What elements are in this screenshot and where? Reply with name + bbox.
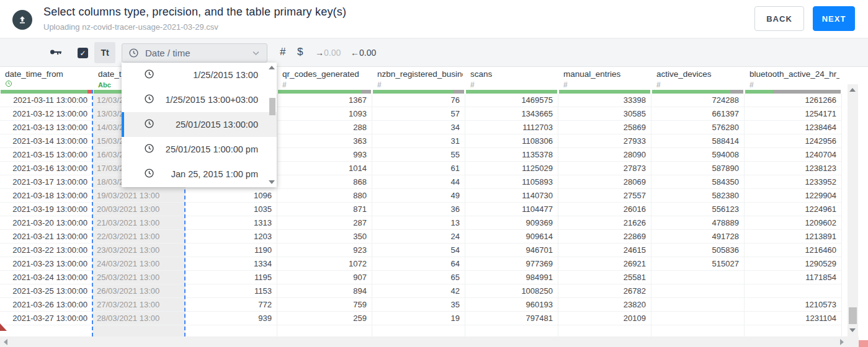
- table-cell[interactable]: 2021-03-27 13:00:00: [0, 312, 93, 325]
- table-cell[interactable]: 65: [372, 271, 465, 284]
- column-header[interactable]: scans#: [470, 69, 556, 89]
- table-cell[interactable]: 1261266: [745, 94, 842, 107]
- type-format-dropdown[interactable]: Date / time: [122, 43, 267, 63]
- table-cell[interactable]: 1290529: [745, 257, 842, 271]
- table-cell[interactable]: 35: [372, 298, 465, 312]
- table-cell[interactable]: 23/03/2021 13:00: [93, 244, 186, 257]
- column-header[interactable]: qr_codes_generated#: [282, 69, 370, 89]
- table-cell[interactable]: 21626: [558, 216, 651, 230]
- table-cell[interactable]: 2021-03-26 13:00:00: [0, 298, 93, 312]
- table-cell[interactable]: 2021-03-23 13:00:00: [0, 257, 93, 271]
- table-cell[interactable]: 2021-03-25 13:00:00: [0, 284, 93, 298]
- table-cell[interactable]: 22/03/2021 13:00: [93, 230, 186, 244]
- table-cell[interactable]: 868: [277, 175, 372, 189]
- number-type-button[interactable]: #: [280, 46, 285, 58]
- table-cell[interactable]: 27873: [558, 162, 651, 175]
- date-format-option[interactable]: 1/25/2015 13:00: [122, 63, 277, 87]
- currency-type-button[interactable]: $: [297, 46, 303, 58]
- table-cell[interactable]: 36: [372, 203, 465, 216]
- table-cell[interactable]: 1035: [186, 203, 277, 216]
- table-cell[interactable]: 515027: [651, 257, 745, 271]
- table-cell[interactable]: 946701: [465, 244, 558, 257]
- table-cell[interactable]: 880: [277, 189, 372, 203]
- table-cell[interactable]: 1125029: [465, 162, 558, 175]
- table-cell[interactable]: 556123: [651, 203, 745, 216]
- table-cell[interactable]: 894: [277, 284, 372, 298]
- table-cell[interactable]: 350: [277, 230, 372, 244]
- table-cell[interactable]: 288: [277, 121, 372, 134]
- table-cell[interactable]: 576280: [651, 121, 745, 134]
- table-cell[interactable]: 2021-03-20 13:00:00: [0, 216, 93, 230]
- table-cell[interactable]: 759: [277, 298, 372, 312]
- table-cell[interactable]: [651, 298, 745, 312]
- table-cell[interactable]: 2021-03-13 13:00:00: [0, 121, 93, 134]
- table-cell[interactable]: 478889: [651, 216, 745, 230]
- table-cell[interactable]: 1238464: [745, 121, 842, 134]
- table-cell[interactable]: 1216460: [745, 244, 842, 257]
- table-cell[interactable]: 33398: [558, 94, 651, 107]
- table-cell[interactable]: 22869: [558, 230, 651, 244]
- table-cell[interactable]: 1367: [277, 94, 372, 107]
- table-cell[interactable]: 19: [372, 312, 465, 325]
- table-cell[interactable]: 28/03/2021 13:00: [93, 312, 186, 325]
- table-cell[interactable]: 1072: [277, 257, 372, 271]
- scroll-left-arrow-icon[interactable]: [4, 339, 7, 345]
- table-cell[interactable]: 2021-03-12 13:00:00: [0, 107, 93, 121]
- table-cell[interactable]: 24: [372, 230, 465, 244]
- table-cell[interactable]: 1153: [186, 284, 277, 298]
- table-cell[interactable]: 1008250: [465, 284, 558, 298]
- table-cell[interactable]: 25/03/2021 13:00: [93, 271, 186, 284]
- table-cell[interactable]: 27/03/2021 13:00: [93, 298, 186, 312]
- table-cell[interactable]: 64: [372, 257, 465, 271]
- table-cell[interactable]: 24/03/2021 13:00: [93, 257, 186, 271]
- dropdown-scroll-down-icon[interactable]: [269, 180, 275, 184]
- table-cell[interactable]: 2021-03-19 13:00:00: [0, 203, 93, 216]
- table-cell[interactable]: 984991: [465, 271, 558, 284]
- column-header[interactable]: bluetooth_active_24_hr_#: [749, 69, 839, 89]
- table-cell[interactable]: 1014: [277, 162, 372, 175]
- table-cell[interactable]: 21/03/2021 13:00: [93, 216, 186, 230]
- table-cell[interactable]: 26782: [558, 284, 651, 298]
- table-cell[interactable]: 505836: [651, 244, 745, 257]
- table-cell[interactable]: 2021-03-11 13:00:00: [0, 94, 93, 107]
- table-cell[interactable]: 960193: [465, 298, 558, 312]
- table-cell[interactable]: 871: [277, 203, 372, 216]
- table-cell[interactable]: 1233952: [745, 175, 842, 189]
- table-cell[interactable]: 1213891: [745, 230, 842, 244]
- table-cell[interactable]: 28069: [558, 175, 651, 189]
- table-cell[interactable]: 2021-03-17 13:00:00: [0, 175, 93, 189]
- table-cell[interactable]: 44: [372, 175, 465, 189]
- table-cell[interactable]: 594008: [651, 148, 745, 162]
- back-button[interactable]: BACK: [754, 6, 804, 31]
- table-cell[interactable]: 20/03/2021 13:00: [93, 203, 186, 216]
- table-cell[interactable]: 772: [186, 298, 277, 312]
- table-cell[interactable]: 2021-03-16 13:00:00: [0, 162, 93, 175]
- decrease-decimal-button[interactable]: ←0.00: [351, 48, 376, 58]
- table-cell[interactable]: [651, 284, 745, 298]
- table-cell[interactable]: 2021-03-22 13:00:00: [0, 244, 93, 257]
- vertical-scrollbar-thumb[interactable]: [849, 307, 857, 324]
- column-header[interactable]: date_time_from: [5, 69, 91, 89]
- table-cell[interactable]: [651, 271, 745, 284]
- table-cell[interactable]: 13: [372, 216, 465, 230]
- scroll-right-arrow-icon[interactable]: [840, 339, 844, 345]
- table-cell[interactable]: 907: [277, 271, 372, 284]
- dropdown-scrollbar-thumb[interactable]: [269, 98, 275, 115]
- table-cell[interactable]: 1334: [186, 257, 277, 271]
- table-cell[interactable]: 2021-03-21 13:00:00: [0, 230, 93, 244]
- dropdown-scroll-up-icon[interactable]: [269, 66, 275, 69]
- table-cell[interactable]: 27933: [558, 134, 651, 148]
- table-cell[interactable]: 1469575: [465, 94, 558, 107]
- table-cell[interactable]: 31: [372, 134, 465, 148]
- table-cell[interactable]: 588414: [651, 134, 745, 148]
- table-cell[interactable]: 54: [372, 244, 465, 257]
- table-cell[interactable]: 584350: [651, 175, 745, 189]
- scroll-down-arrow-icon[interactable]: [849, 328, 856, 332]
- table-cell[interactable]: 724288: [651, 94, 745, 107]
- next-button[interactable]: NEXT: [813, 6, 855, 31]
- table-cell[interactable]: 49: [372, 189, 465, 203]
- table-cell[interactable]: 23820: [558, 298, 651, 312]
- table-cell[interactable]: 2021-03-14 13:00:00: [0, 134, 93, 148]
- table-cell[interactable]: 661397: [651, 107, 745, 121]
- date-format-option[interactable]: 1/25/2015 13:00+03:00: [122, 87, 277, 112]
